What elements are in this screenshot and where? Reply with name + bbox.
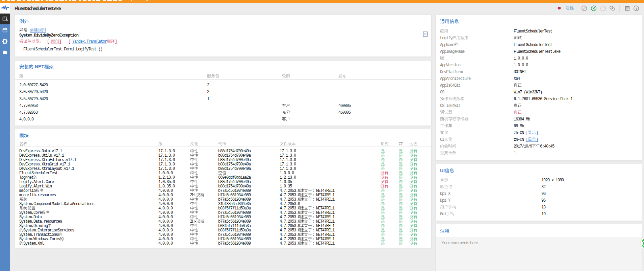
svg-text:zh-CN: zh-CN — [514, 137, 524, 142]
svg-text:FluentSchedulerTest: FluentSchedulerTest — [19, 171, 58, 176]
svg-text:b77a5c561934e089: b77a5c561934e089 — [218, 241, 251, 246]
svg-text:16384 Mb: 16384 Mb — [514, 117, 530, 122]
svg-text:4.7.2053.0: 4.7.2053.0 — [280, 210, 300, 215]
svg-text:17.1.3.0: 17.1.3.0 — [280, 158, 296, 162]
svg-text:FluentSchedulerTest: FluentSchedulerTest — [514, 29, 552, 34]
svg-text:b03f5f7f11d50a3a: b03f5f7f11d50a3a — [218, 206, 251, 211]
svg-text:AppVersion: AppVersion — [440, 63, 461, 68]
svg-text:System.Windows.Forms: System.Windows.Forms — [19, 237, 60, 242]
svg-text:4.7.02053: 4.7.02053 — [19, 110, 38, 115]
svg-text:System.Transactions: System.Transactions — [19, 232, 58, 237]
svg-text:Gdi: Gdi — [440, 212, 446, 217]
svg-text:17.1.3.0: 17.1.3.0 — [158, 158, 175, 162]
svg-text:b03f5f7f11d50a3a: b03f5f7f11d50a3a — [218, 224, 251, 228]
svg-text:4.0.0.0: 4.0.0.0 — [158, 219, 173, 224]
svg-text:460805: 460805 — [338, 104, 351, 108]
svg-text:68 Mb: 68 Mb — [514, 124, 524, 129]
svg-text:17.1.3.0: 17.1.3.0 — [158, 162, 175, 167]
svg-text:[: [ — [47, 39, 49, 44]
svg-text:3.0.30729.5420: 3.0.30729.5420 — [19, 90, 48, 94]
svg-text:]: ] — [536, 131, 538, 135]
svg-text:4.7.2053.0: 4.7.2053.0 — [280, 206, 300, 211]
svg-text:System.ComponentModel.DataAnno: System.ComponentModel.DataAnnotations — [19, 202, 95, 206]
svg-text:mscorlib.resources: mscorlib.resources — [19, 193, 56, 198]
svg-text:DevExpress.XtraLayout.v17.1: DevExpress.XtraLayout.v17.1 — [19, 166, 74, 171]
svg-text:1.0.35: 1.0.35 — [280, 184, 292, 189]
svg-text:4.0.0.0: 4.0.0.0 — [158, 237, 173, 242]
svg-text:System.EnterpriseServices: System.EnterpriseServices — [23, 228, 74, 233]
svg-text:System.DivideByZeroException: System.DivideByZeroException — [19, 33, 79, 38]
svg-text:1.0.35: 1.0.35 — [280, 180, 292, 184]
svg-text:1.0.35.0: 1.0.35.0 — [158, 180, 175, 184]
svg-text:DevExpress.Data.v17.1: DevExpress.Data.v17.1 — [19, 149, 62, 154]
svg-text:96: 96 — [541, 191, 546, 196]
svg-text:: NET47REL1: : NET47REL1 — [312, 188, 335, 193]
svg-text:2.0.50727.5420: 2.0.50727.5420 — [19, 83, 48, 88]
svg-text:4.7.2053.0: 4.7.2053.0 — [280, 232, 300, 237]
svg-text:DevExpress.XtraEditors.v17.1: DevExpress.XtraEditors.v17.1 — [19, 158, 76, 162]
svg-text:: NET47REL1: : NET47REL1 — [312, 197, 335, 202]
svg-text:b88d1754d700e49a: b88d1754d700e49a — [218, 149, 251, 154]
svg-text:[: [ — [526, 137, 528, 142]
svg-text:Logify: Logify — [440, 36, 453, 41]
svg-text:4.0.0.0: 4.0.0.0 — [158, 206, 173, 211]
svg-text:b77a5c561934e089: b77a5c561934e089 — [218, 188, 251, 193]
svg-text:19: 19 — [541, 212, 546, 217]
svg-text:4.0.0.0: 4.0.0.0 — [158, 215, 173, 220]
svg-text:: NET47REL1: : NET47REL1 — [312, 210, 335, 215]
svg-text:32: 32 — [541, 185, 546, 189]
svg-text:b88d1754d700e49a: b88d1754d700e49a — [218, 166, 251, 171]
svg-text:4.7.2053.0: 4.7.2053.0 — [280, 188, 300, 193]
svg-text:]: ] — [536, 137, 538, 142]
svg-text:X64: X64 — [514, 76, 520, 81]
svg-text:AppArchitecture: AppArchitecture — [440, 76, 471, 81]
svg-text:6.1.7601.65536 Service Pack 1: 6.1.7601.65536 Service Pack 1 — [514, 97, 573, 101]
svg-text:Dpi Y: Dpi Y — [440, 198, 450, 203]
svg-text:b77a5c561934e089: b77a5c561934e089 — [218, 197, 251, 202]
svg-text:17.1.3.0: 17.1.3.0 — [280, 162, 296, 167]
svg-text:[: [ — [526, 131, 528, 135]
svg-text:1920 x 1080: 1920 x 1080 — [541, 178, 564, 183]
svg-text:ZH-: ZH- — [190, 193, 196, 198]
svg-text:17.1.3.0: 17.1.3.0 — [158, 166, 175, 171]
svg-text:b77a5c561934e089: b77a5c561934e089 — [218, 215, 251, 220]
svg-text:3.5.30729.5420: 3.5.30729.5420 — [19, 97, 48, 101]
svg-text:4.7.2053.0: 4.7.2053.0 — [280, 215, 300, 220]
svg-text:UI: UI — [440, 168, 445, 173]
svg-text:: NET47REL1: : NET47REL1 — [312, 237, 335, 242]
svg-text:96: 96 — [541, 198, 546, 203]
svg-text:b77a5c561934e089: b77a5c561934e089 — [218, 219, 251, 224]
svg-text:DevExpress.Utils.v17.1: DevExpress.Utils.v17.1 — [19, 153, 64, 158]
svg-text:ZH-: ZH- — [190, 219, 196, 224]
svg-text:Yandex.Translator: Yandex.Translator — [72, 39, 107, 44]
svg-text:System.Data.resources: System.Data.resources — [19, 219, 62, 224]
svg-text:AppIs64Bit: AppIs64Bit — [440, 83, 460, 88]
svg-text:Your comments here...: Your comments here... — [441, 240, 481, 245]
svg-text:System.Data: System.Data — [19, 215, 42, 220]
svg-text:b88d1754d700e49a: b88d1754d700e49a — [218, 153, 251, 158]
svg-text:4.0.0.0: 4.0.0.0 — [158, 202, 173, 206]
svg-text:System.Core: System.Core — [19, 210, 42, 215]
svg-text:1.0.0.0: 1.0.0.0 — [280, 171, 294, 176]
svg-text:FluentSchedulerTest.Form1.Logi: FluentSchedulerTest.Form1.LogifyTest () — [23, 47, 102, 52]
svg-text:b88d1754d700e49a: b88d1754d700e49a — [218, 162, 251, 167]
svg-text:: NET47REL1: : NET47REL1 — [312, 206, 335, 211]
svg-text:4.7.2053.0: 4.7.2053.0 — [280, 228, 300, 233]
svg-text:4.7.2053.0: 4.7.2053.0 — [280, 197, 300, 202]
svg-text:OS Is64Bit: OS Is64Bit — [440, 104, 460, 108]
svg-text:zh-CN: zh-CN — [514, 131, 524, 135]
svg-text:DOTNET: DOTNET — [514, 70, 526, 74]
svg-text:: NET47REL1: : NET47REL1 — [312, 193, 335, 198]
svg-text:mscorlib: mscorlib — [19, 188, 36, 193]
svg-text:b88d1754d700e49a: b88d1754d700e49a — [218, 184, 251, 189]
svg-text:AppImageName: AppImageName — [440, 49, 465, 54]
svg-text:4.7.2053.0: 4.7.2053.0 — [280, 219, 300, 224]
svg-text:: NET47REL1: : NET47REL1 — [312, 232, 335, 237]
svg-text:17.1.3.0: 17.1.3.0 — [158, 153, 175, 158]
svg-text:Logify.Alert.Win: Logify.Alert.Win — [19, 184, 52, 189]
svg-text:System.Drawing: System.Drawing — [19, 224, 48, 228]
svg-text:17.1.3.0: 17.1.3.0 — [280, 153, 296, 158]
svg-text:b03f5f7f11d50a3a: b03f5f7f11d50a3a — [218, 228, 251, 233]
svg-text:4.0.0.0: 4.0.0.0 — [158, 193, 173, 198]
svg-text:]: ] — [59, 39, 61, 44]
